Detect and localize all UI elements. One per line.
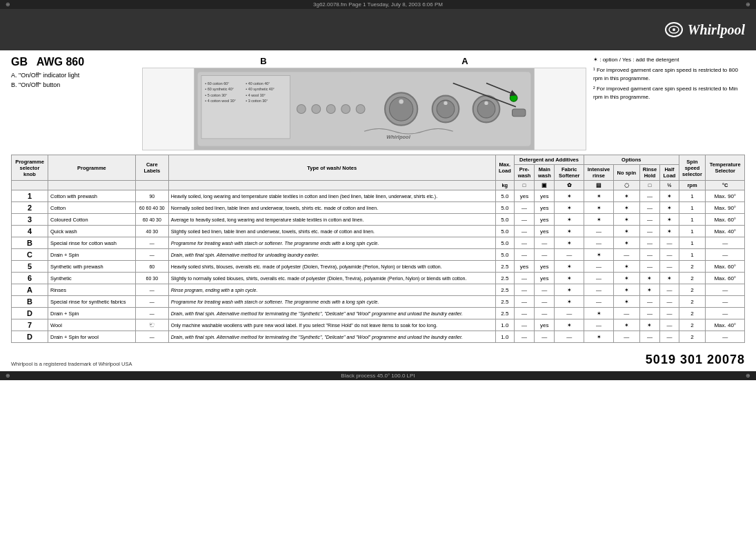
table-row: D Drain + Spin — Drain, with final spin.… bbox=[12, 308, 745, 319]
prog-halfload: ✶ bbox=[660, 273, 679, 284]
prog-prewash: — bbox=[514, 249, 534, 261]
prog-prewash: — bbox=[514, 214, 534, 226]
prog-temp: — bbox=[706, 308, 745, 319]
col-no-spin: No spin bbox=[614, 165, 640, 181]
prog-care: — bbox=[135, 308, 168, 319]
prog-mainwash: yes bbox=[535, 214, 555, 226]
prog-halfload: — bbox=[660, 261, 679, 273]
country-code: GB bbox=[11, 56, 28, 68]
prog-prewash: — bbox=[514, 237, 534, 249]
table-row: C Drain + Spin — Drain, with final spin.… bbox=[12, 249, 745, 261]
table-row: 4 Quick wash 40 30 Slightly soiled bed l… bbox=[12, 226, 745, 237]
prog-temp: Max. 60° bbox=[706, 214, 745, 226]
prog-num: 7 bbox=[12, 319, 48, 331]
prog-num: B bbox=[12, 296, 48, 308]
prog-name: Cotton bbox=[48, 202, 135, 214]
diagram-label-b: B bbox=[260, 56, 266, 66]
svg-point-15 bbox=[312, 105, 321, 114]
prog-type: Programme for treating wash with starch … bbox=[168, 237, 495, 249]
prog-type: Drain, with final spin. Alternative meth… bbox=[168, 308, 495, 319]
table-row: A Rinses — Rinse program, ending with a … bbox=[12, 284, 745, 296]
prog-load: 5.0 bbox=[495, 226, 514, 237]
diagram-area: B A • 60 cotton 60° • 60 synthetic 40° •… bbox=[142, 56, 586, 150]
prog-spinspeed: 1 bbox=[679, 214, 706, 226]
col-max-load: Max.Load bbox=[495, 155, 514, 181]
prog-halfload: — bbox=[660, 284, 679, 296]
prog-spinspeed: 1 bbox=[679, 249, 706, 261]
symbol-note: ✶ : option / Yes : add the detergent bbox=[593, 56, 745, 64]
prog-intensive: ✶ bbox=[584, 249, 614, 261]
prog-prewash: — bbox=[514, 319, 534, 331]
prog-temp: — bbox=[706, 237, 745, 249]
prog-name: Coloured Cotton bbox=[48, 214, 135, 226]
prog-temp: — bbox=[706, 284, 745, 296]
prog-name: Cotton with prewash bbox=[48, 190, 135, 202]
table-units-row: kg □ ▣ ✿ ▤ ◌ □ ½ rpm °C bbox=[12, 181, 745, 190]
product-code: 5019 301 20078 bbox=[646, 353, 745, 367]
prog-nospin: ✶ bbox=[614, 273, 640, 284]
prog-nospin: ✶ bbox=[614, 296, 640, 308]
prog-fabricsoft: ✶ bbox=[555, 273, 584, 284]
svg-text:• 60 synthetic 40°: • 60 synthetic 40° bbox=[205, 87, 234, 91]
prog-load: 5.0 bbox=[495, 214, 514, 226]
prog-intensive: ✶ bbox=[584, 331, 614, 343]
svg-point-2 bbox=[673, 28, 675, 31]
prog-temp: — bbox=[706, 331, 745, 343]
col-spin-speed: Spinspeedselector bbox=[679, 155, 706, 181]
prog-halfload: — bbox=[660, 237, 679, 249]
prog-halfload: ✶ bbox=[660, 214, 679, 226]
prog-care: 60 bbox=[135, 261, 168, 273]
prog-type: Heavily soiled shirts, blouses, overalls… bbox=[168, 261, 495, 273]
prog-care: 🐑 bbox=[135, 319, 168, 331]
prog-fabricsoft: ✶ bbox=[555, 296, 584, 308]
prog-load: 2.5 bbox=[495, 261, 514, 273]
prog-nospin: ✶ bbox=[614, 202, 640, 214]
prog-type: Heavily soiled, long wearing and tempera… bbox=[168, 190, 495, 202]
table-row: 5 Synthetic with prewash 60 Heavily soil… bbox=[12, 261, 745, 273]
prog-fabricsoft: ✶ bbox=[555, 319, 584, 331]
prog-name: Drain + Spin for wool bbox=[48, 331, 135, 343]
prog-type: Only machine washable woollens with pure… bbox=[168, 319, 495, 331]
col-detergent-header: Detergent and Additives bbox=[514, 155, 584, 165]
bottom-bar: ⊕ Black process 45.0° 100.0 LPI ⊕ bbox=[0, 371, 756, 380]
table-row: 3 Coloured Cotton 60 40 30 Average to he… bbox=[12, 214, 745, 226]
prog-load: 5.0 bbox=[495, 202, 514, 214]
prog-name: Wool bbox=[48, 319, 135, 331]
prog-halfload: — bbox=[660, 308, 679, 319]
prog-fabricsoft: — bbox=[555, 308, 584, 319]
title-section: GB AWG 860 A. "On/Off" indicator light B… bbox=[11, 56, 135, 146]
svg-point-17 bbox=[341, 105, 350, 114]
prog-type: Drain, with final spin. Alternative meth… bbox=[168, 249, 495, 261]
prog-temp: Max. 90° bbox=[706, 190, 745, 202]
indicator-labels: A. "On/Off" indicator light B. "On/Off" … bbox=[11, 71, 135, 90]
prog-mainwash: — bbox=[535, 296, 555, 308]
prog-mainwash: yes bbox=[535, 190, 555, 202]
prog-spinspeed: 2 bbox=[679, 319, 706, 331]
table-row: 2 Cotton 60 60 40 30 Normally soiled bed… bbox=[12, 202, 745, 214]
prog-rinsehold: — bbox=[639, 190, 660, 202]
prog-care: — bbox=[135, 249, 168, 261]
prog-care: 60 40 30 bbox=[135, 214, 168, 226]
prog-intensive: ✶ bbox=[584, 202, 614, 214]
prog-temp: Max. 40° bbox=[706, 319, 745, 331]
prog-spinspeed: 1 bbox=[679, 237, 706, 249]
prog-fabricsoft: ✶ bbox=[555, 284, 584, 296]
prog-care: — bbox=[135, 296, 168, 308]
note2: ² For improved garment care spin speed i… bbox=[593, 85, 745, 101]
prog-prewash: yes bbox=[514, 190, 534, 202]
prog-prewash: — bbox=[514, 226, 534, 237]
table-row: 1 Cotton with prewash 90 Heavily soiled,… bbox=[12, 190, 745, 202]
prog-load: 5.0 bbox=[495, 249, 514, 261]
prog-nospin: ✶ bbox=[614, 319, 640, 331]
prog-temp: Max. 60° bbox=[706, 261, 745, 273]
prog-num: A bbox=[12, 284, 48, 296]
prog-temp: Max. 90° bbox=[706, 202, 745, 214]
prog-prewash: — bbox=[514, 296, 534, 308]
prog-name: Drain + Spin bbox=[48, 249, 135, 261]
svg-text:Whirlpool: Whirlpool bbox=[386, 134, 410, 140]
prog-name: Synthetic with prewash bbox=[48, 261, 135, 273]
svg-point-27 bbox=[484, 101, 488, 105]
svg-point-16 bbox=[326, 105, 335, 114]
prog-load: 2.5 bbox=[495, 273, 514, 284]
prog-load: 1.0 bbox=[495, 319, 514, 331]
